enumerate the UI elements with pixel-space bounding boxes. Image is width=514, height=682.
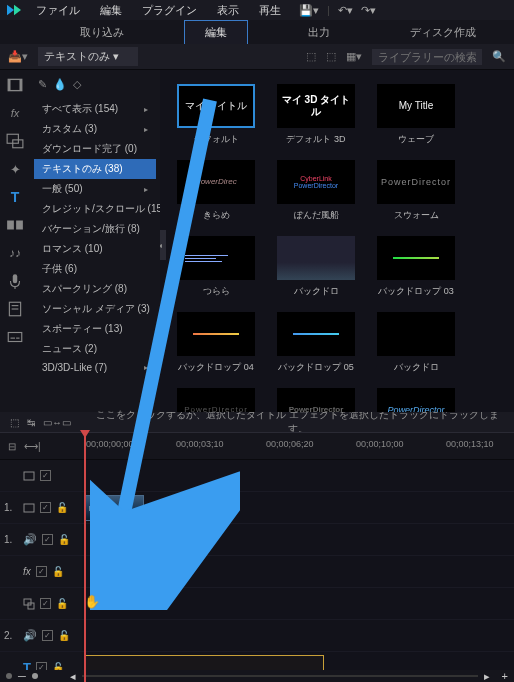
cursor-icon: ✋: [84, 594, 100, 609]
category-item[interactable]: 一般 (50)▸: [34, 179, 156, 199]
save-icon[interactable]: 💾▾: [299, 4, 319, 17]
menu-tool-icons: 💾▾ | ↶▾ ↷▾: [299, 4, 376, 17]
svg-rect-7: [13, 274, 18, 283]
track-header[interactable]: 1.✓🔓: [0, 492, 82, 523]
pip-room-icon[interactable]: [6, 132, 24, 150]
category-item[interactable]: スポーティー (13): [34, 319, 156, 339]
track-header[interactable]: ✓: [0, 460, 82, 491]
category-item[interactable]: 3D/3D-Like (7)▸: [34, 359, 156, 376]
menu-play[interactable]: 再生: [251, 1, 289, 20]
title-thumbnail[interactable]: PowerDirectorスウォーム: [376, 160, 456, 222]
category-item[interactable]: クレジット/スクロール (15): [34, 199, 156, 219]
thumbnail-area: ◂ マイ タイトルデフォルトマイ 3D タイトルデフォルト 3DMy Title…: [160, 70, 514, 412]
fx-room-icon[interactable]: fx: [6, 104, 24, 122]
svg-rect-5: [7, 221, 14, 230]
svg-rect-6: [16, 221, 23, 230]
title-thumbnail[interactable]: PowerDirector: [276, 388, 356, 412]
title-thumbnail[interactable]: バックドロップ 03: [376, 236, 456, 298]
title-thumbnail[interactable]: バックドロ: [276, 236, 356, 298]
timeline-track[interactable]: ✓🔓: [0, 588, 514, 620]
search-icon[interactable]: 🔍: [492, 50, 506, 63]
collapse-handle[interactable]: ◂: [160, 230, 166, 260]
category-tools: ✎ 💧 ◇: [34, 76, 156, 93]
title-thumbnail[interactable]: バックドロップ 05: [276, 312, 356, 374]
tag-icon[interactable]: ◇: [73, 78, 81, 91]
timeline-track[interactable]: 1.✓🔓rise: [0, 492, 514, 524]
tab-edit[interactable]: 編集: [184, 20, 248, 44]
subtitle-room-icon[interactable]: [6, 328, 24, 346]
redo-icon[interactable]: ↷▾: [361, 4, 376, 17]
category-item[interactable]: ロマンス (10): [34, 239, 156, 259]
tool-icon-3[interactable]: ▭↔▭: [43, 417, 71, 428]
category-item[interactable]: カスタム (3)▸: [34, 119, 156, 139]
category-item[interactable]: ニュース (2): [34, 339, 156, 359]
menu-plugin[interactable]: プラグイン: [134, 1, 205, 20]
audio-room-icon[interactable]: ♪♪: [6, 244, 24, 262]
track-header[interactable]: 2.🔊✓🔓: [0, 620, 82, 651]
title-thumbnail[interactable]: PowerDirector: [376, 388, 456, 412]
track-header[interactable]: ✓🔓: [0, 588, 82, 619]
title-thumbnail[interactable]: PowerDirector: [176, 388, 256, 412]
tab-output[interactable]: 出力: [288, 21, 350, 44]
playhead[interactable]: [84, 432, 86, 682]
tool-icon-2[interactable]: ↹: [27, 417, 35, 428]
menu-bar: ファイル 編集 プラグイン 表示 再生 💾▾ | ↶▾ ↷▾: [0, 0, 514, 20]
title-thumbnail[interactable]: バックドロ: [376, 312, 456, 374]
timeline-tracks: ✓1.✓🔓rise1.🔊✓🔓fx✓🔓✓🔓2.🔊✓🔓T✓🔓🎤✓🔓♪♪✓🔓: [0, 460, 514, 682]
main-area: fx ✦ T ♪♪ ✎ 💧 ◇ すべて表示 (154)▸ カスタム (3)▸ダウ…: [0, 70, 514, 412]
bottom-scrub[interactable]: ─ ◂▸ +: [0, 670, 514, 682]
hint-bar: ⬚ ↹ ▭↔▭ ここをクリックするか、選択したタイトル エフェクトを選択したトラ…: [0, 412, 514, 432]
view-icon-2[interactable]: ⬚: [326, 50, 336, 63]
category-item[interactable]: ソーシャル メディア (3): [34, 299, 156, 319]
pencil-icon[interactable]: ✎: [38, 78, 47, 91]
category-item[interactable]: ダウンロード完了 (0): [34, 139, 156, 159]
view-icon-1[interactable]: ⬚: [306, 50, 316, 63]
droplet-icon[interactable]: 💧: [53, 78, 67, 91]
title-room-icon[interactable]: T: [6, 188, 24, 206]
svg-rect-15: [24, 472, 34, 480]
category-panel: ✎ 💧 ◇ すべて表示 (154)▸ カスタム (3)▸ダウンロード完了 (0)…: [30, 70, 160, 412]
tab-disc[interactable]: ディスク作成: [390, 21, 496, 44]
voice-room-icon[interactable]: [6, 272, 24, 290]
library-toolbar: 📥▾ テキストのみ ▾ ⬚ ⬚ ▦▾ 🔍: [0, 44, 514, 70]
transition-room-icon[interactable]: [6, 216, 24, 234]
track-header[interactable]: fx✓🔓: [0, 556, 82, 587]
filter-dropdown[interactable]: テキストのみ ▾: [38, 47, 138, 66]
svg-rect-2: [20, 79, 22, 90]
timeline-track[interactable]: fx✓🔓: [0, 556, 514, 588]
title-thumbnail[interactable]: バックドロップ 04: [176, 312, 256, 374]
menu-file[interactable]: ファイル: [28, 1, 88, 20]
category-all[interactable]: すべて表示 (154)▸: [34, 99, 156, 119]
category-item[interactable]: 子供 (6): [34, 259, 156, 279]
title-thumbnail[interactable]: つらら: [176, 236, 256, 298]
menu-edit[interactable]: 編集: [92, 1, 130, 20]
title-thumbnail[interactable]: PowerDirecきらめ: [176, 160, 256, 222]
undo-icon[interactable]: ↶▾: [338, 4, 353, 17]
timeline-track[interactable]: 2.🔊✓🔓: [0, 620, 514, 652]
media-room-icon[interactable]: [6, 76, 24, 94]
category-item[interactable]: スパークリング (8): [34, 279, 156, 299]
title-thumbnail[interactable]: マイ タイトルデフォルト: [176, 84, 256, 146]
timeline-track[interactable]: ✓: [0, 460, 514, 492]
timeline-ruler[interactable]: ⊟ ⟷| 00;00;00;0000;00;03;1000;00;06;2000…: [0, 432, 514, 460]
search-input[interactable]: [372, 49, 482, 65]
category-item[interactable]: バケーション/旅行 (8): [34, 219, 156, 239]
workspace-tabs: 取り込み 編集 出力 ディスク作成: [0, 20, 514, 44]
room-rail: fx ✦ T ♪♪: [0, 70, 30, 412]
particle-room-icon[interactable]: ✦: [6, 160, 24, 178]
fit-icon-2[interactable]: ⟷|: [24, 441, 41, 452]
grid-icon[interactable]: ▦▾: [346, 50, 362, 63]
fit-icon[interactable]: ⊟: [8, 441, 16, 452]
import-icon[interactable]: 📥▾: [8, 50, 28, 63]
title-thumbnail[interactable]: マイ 3D タイトルデフォルト 3D: [276, 84, 356, 146]
tool-icon-1[interactable]: ⬚: [10, 417, 19, 428]
tab-import[interactable]: 取り込み: [60, 21, 144, 44]
timeline-track[interactable]: 1.🔊✓🔓: [0, 524, 514, 556]
track-header[interactable]: 1.🔊✓🔓: [0, 524, 82, 555]
category-item[interactable]: テキストのみ (38): [34, 159, 156, 179]
title-thumbnail[interactable]: My Titleウェーブ: [376, 84, 456, 146]
title-thumbnail[interactable]: CyberLinkPowerDirectorぽんだ風船: [276, 160, 356, 222]
chapter-room-icon[interactable]: [6, 300, 24, 318]
video-clip[interactable]: rise: [84, 495, 144, 521]
menu-view[interactable]: 表示: [209, 1, 247, 20]
